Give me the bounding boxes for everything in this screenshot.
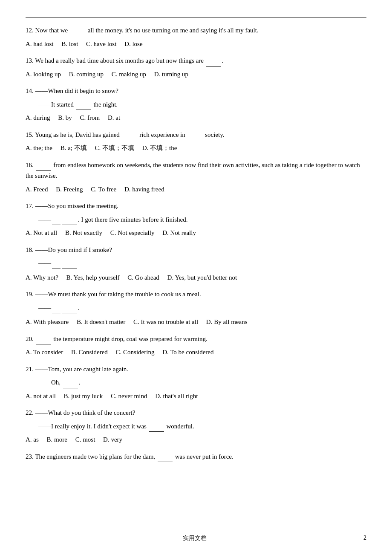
question-21: 21. ——Tom, you are caught late again. ——… [26,364,366,402]
q14-sub: ——It started the night. [38,99,366,110]
q18-options: A. Why not? B. Yes, help yourself C. Go … [26,272,366,283]
question-14: 14. ——When did it begin to snow? ——It st… [26,86,366,124]
q15-blank2 [188,140,203,140]
q14-options: A. during B. by C. from D. at [26,113,366,124]
q18-blank1 [52,269,61,269]
q18-blank-line: —— [38,258,366,269]
q20-options: A. To consider B. Considered C. Consider… [26,347,366,358]
q16-text: 16. from endless homework on weekends, t… [26,160,366,182]
q14-text: 14. ——When did it begin to snow? [26,86,366,97]
q13-options: A. looking up B. coming up C. making up … [26,69,366,80]
q20-blank [36,344,51,344]
q15-text: 15. Young as he is, David has gained ric… [26,130,366,141]
question-12: 12. Now that we all the money, it's no u… [26,25,366,49]
q12-text: 12. Now that we all the money, it's no u… [26,25,366,36]
q23-text: 23. The engineers made two big plans for… [26,451,366,462]
question-17: 17. ——So you missed the meeting. ——. I g… [26,201,366,239]
q18-blank2 [62,269,77,269]
question-23: 23. The engineers made two big plans for… [26,451,366,462]
q13-blank [206,66,221,66]
q17-sub: ——. I got there five minutes before it f… [38,214,366,225]
question-13: 13. We had a really bad time about six m… [26,55,366,80]
question-15: 15. Young as he is, David has gained ric… [26,130,366,154]
q17-blank1 [52,225,61,225]
q15-options: A. the; the B. a; 不填 C. 不填；不填 D. 不填；the [26,143,366,154]
q15-blank1 [122,140,137,140]
q13-text: 13. We had a really bad time about six m… [26,55,366,66]
q19-options: A. With pleasure B. It doesn't matter C.… [26,317,366,328]
q17-blank2 [62,225,77,225]
question-18: 18. ——Do you mind if I smoke? —— A. Why … [26,245,366,283]
q21-options: A. not at all B. just my luck C. never m… [26,391,366,402]
q19-blank2 [62,313,77,313]
q19-blank1 [52,313,61,313]
question-22: 22. ——What do you think of the concert? … [26,408,366,445]
q17-text: 17. ——So you missed the meeting. [26,201,366,212]
q17-options: A. Not at all B. Not exactly C. Not espe… [26,228,366,239]
q16-blank [36,170,51,171]
q18-text: 18. ——Do you mind if I smoke? [26,245,366,256]
q12-options: A. had lost B. lost C. have lost D. lose [26,39,366,50]
q22-blank [149,431,164,432]
q23-blank [158,462,173,462]
q19-text: 19. ——We must thank you for taking the t… [26,289,366,300]
question-20: 20. the temperature might drop, coal was… [26,334,366,358]
q22-options: A. as B. more C. most D. very [26,434,366,445]
footer-center: 实用文档 [183,535,207,542]
footer-right: 2 [363,535,366,542]
question-16: 16. from endless homework on weekends, t… [26,160,366,195]
q16-options: A. Freed B. Freeing C. To free D. having… [26,184,366,195]
page-footer: 实用文档 2 [26,535,366,542]
q21-blank [63,388,78,388]
q14-blank [76,110,91,110]
q22-text: 22. ——What do you think of the concert? [26,408,366,419]
q22-sub: ——I really enjoy it. I didn't expect it … [38,421,366,432]
q20-text: 20. the temperature might drop, coal was… [26,334,366,345]
q21-text: 21. ——Tom, you are caught late again. [26,364,366,375]
q12-blank [70,36,85,36]
top-divider [26,17,366,17]
question-19: 19. ——We must thank you for taking the t… [26,289,366,328]
q21-sub: ——Oh, . [38,377,366,388]
q19-blank-line: ——. [38,303,366,314]
